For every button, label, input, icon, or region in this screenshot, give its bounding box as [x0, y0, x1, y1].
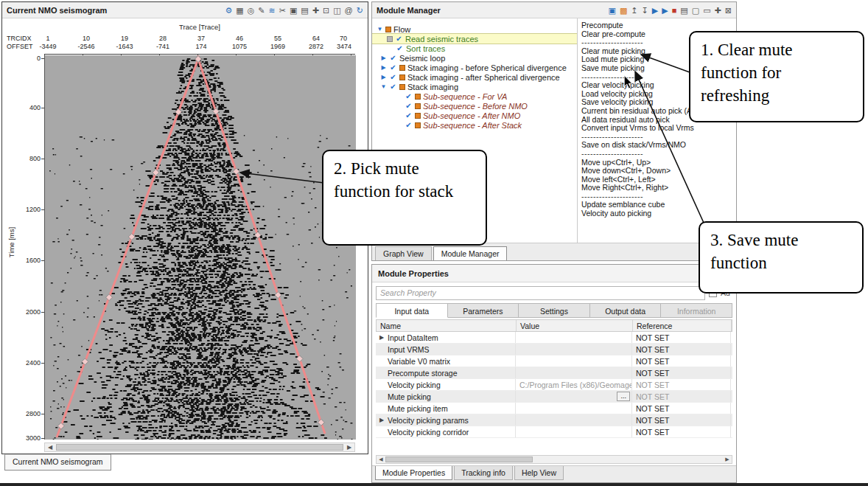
table-row-input-vrms[interactable]: Input VRMS NOT SET	[376, 344, 732, 355]
table-row-mute-picking-item[interactable]: Mute picking item NOT SET	[376, 403, 732, 414]
command-move-down[interactable]: Move down<Ctrl+, Down>	[581, 167, 736, 176]
chevron-right-icon[interactable]: ▶	[380, 55, 387, 61]
modules-icon[interactable]: ▣	[609, 6, 616, 15]
chevron-right-icon[interactable]: ▶	[380, 74, 387, 80]
table-row-variable-v0-matrix[interactable]: Variable V0 matrix NOT SET	[376, 355, 732, 367]
chevron-down-icon[interactable]: ▼	[377, 26, 383, 32]
seismogram-hscrollbar[interactable]: ◀ ▶	[44, 442, 355, 452]
checkbox-icon[interactable]: ✔	[396, 45, 404, 52]
checkbox-icon[interactable]: ✔	[405, 103, 413, 110]
comment-icon[interactable]: ⊡	[323, 6, 329, 15]
mute-pick-handle[interactable]	[254, 232, 261, 238]
scroll-right-icon[interactable]: ▶	[723, 457, 732, 462]
table-row-precompute-storage[interactable]: Precompute storage NOT SET	[376, 367, 732, 379]
pick-icon[interactable]: ✎	[258, 6, 265, 15]
step-icon[interactable]: ▶	[662, 6, 668, 15]
mute-pick-handle[interactable]	[233, 168, 239, 175]
gear-icon[interactable]: ⚙	[225, 6, 232, 15]
command-precompute[interactable]: Precompute	[581, 21, 736, 30]
histogram-icon[interactable]: ▤	[301, 6, 308, 15]
checkbox-icon[interactable]: ✔	[405, 122, 413, 129]
tab-parameters[interactable]: Parameters	[448, 303, 519, 318]
checkbox-icon[interactable]: ✔	[405, 93, 413, 100]
scroll-right-icon[interactable]: ▶	[344, 444, 354, 451]
tree-item-subsequence-after-stack[interactable]: ✔ Sub-sequence - After Stack	[372, 120, 577, 130]
scroll-thumb[interactable]	[56, 444, 343, 451]
export-icon[interactable]: ↧	[642, 6, 648, 15]
chevron-down-icon[interactable]: ▼	[380, 83, 387, 90]
crosshair-icon[interactable]: ✚	[312, 6, 319, 15]
tab-graph-view[interactable]: Graph View	[375, 246, 432, 260]
tab-help-view[interactable]: Help View	[514, 466, 564, 480]
checkbox-icon[interactable]: ✔	[405, 112, 413, 119]
tab-module-properties[interactable]: Module Properties	[375, 466, 452, 480]
checkbox-icon[interactable]: ✔	[395, 35, 403, 43]
mute-pick-handle[interactable]	[106, 294, 113, 301]
mute-pick-handle[interactable]	[213, 108, 220, 115]
window-icon[interactable]: ▭	[703, 6, 710, 15]
checkbox-icon[interactable]: ✔	[389, 64, 397, 72]
mute-pick-handle[interactable]	[318, 419, 324, 426]
tree-item-subsequence-for-va[interactable]: ✔ Sub-sequence - For VA	[372, 91, 577, 101]
report-icon[interactable]: ▤	[680, 6, 687, 15]
tree-item-subsequence-before-nmo[interactable]: ✔ Sub-sequence - Before NMO	[372, 101, 577, 111]
scroll-left-icon[interactable]: ◀	[377, 457, 385, 462]
tab-current-nmo-seismogram[interactable]: Current NMO seismogram	[4, 454, 111, 471]
module-manager-titlebar[interactable]: Module Manager ▣ ▩ ↥ ↧ ▶ ▶ ■ ▤ ▢ ▭ ✚ ⊠	[372, 2, 736, 18]
scroll-thumb[interactable]	[385, 457, 533, 462]
import-icon[interactable]: ↥	[631, 6, 637, 15]
tab-output-data[interactable]: Output data	[590, 303, 662, 318]
mute-pick-handle[interactable]	[296, 355, 303, 362]
checkbox-icon[interactable]: ✔	[389, 83, 397, 91]
zoom-icon[interactable]: ◎	[248, 6, 255, 15]
clip-icon[interactable]: ✂	[279, 6, 286, 15]
search-input[interactable]	[376, 286, 705, 300]
mute-pick-handle[interactable]	[195, 56, 202, 63]
browse-button[interactable]: ...	[617, 392, 630, 401]
settings-icon[interactable]: ⊠	[725, 6, 732, 15]
mute-pick-handle[interactable]	[153, 169, 159, 176]
properties-hscrollbar[interactable]: ◀ ▶	[376, 455, 732, 464]
pin-icon[interactable]: ✚	[715, 6, 721, 15]
command-convert-vrms[interactable]: Convert input Vrms to local Vrms	[581, 124, 736, 133]
mute-pick-handle[interactable]	[275, 292, 281, 299]
stop-icon[interactable]: ■	[672, 6, 677, 15]
module-properties-header[interactable]: Module Properties ▤ ∨	[372, 265, 736, 282]
wiggle-icon[interactable]: ≋	[269, 6, 276, 15]
tree-item-flow[interactable]: ▼ Flow	[372, 24, 577, 34]
mute-pick-handle[interactable]	[57, 423, 64, 429]
table-row-velocity-picking-params[interactable]: ▶Velocity picking params NOT SET	[376, 414, 732, 426]
table-row-input-dataitem[interactable]: ▶Input DataItem NOT SET	[376, 332, 732, 344]
tree-item-stack-imaging-after-sd[interactable]: ▶ ✔ Stack imaging - after Spherical dive…	[372, 72, 577, 82]
chevron-right-icon[interactable]: ▶	[379, 417, 385, 423]
layout-icon[interactable]: ▦	[236, 6, 243, 15]
run-icon[interactable]: ▶	[652, 6, 658, 15]
annotate-icon[interactable]: @	[345, 6, 353, 15]
mute-pick-markers[interactable]	[57, 56, 324, 430]
tab-tracking-info[interactable]: Tracking info	[454, 466, 513, 480]
tree-item-seismic-loop[interactable]: ▶ ✔ Seismic loop	[372, 53, 577, 63]
seismogram-titlebar[interactable]: Current NMO seismogram ⚙ ▦ ◎ ✎ ≋ ✂ ▣ ▤ ✚…	[2, 2, 368, 18]
checkbox-icon[interactable]: ✔	[389, 74, 397, 81]
tree-item-stack-imaging-before-sd[interactable]: ▶ ✔ Stack imaging - before Spherical div…	[372, 63, 577, 72]
tree-item-read-seismic-traces[interactable]: ✔ Read seismic traces	[372, 34, 577, 44]
mute-pick-handle[interactable]	[175, 108, 182, 115]
checkbox-icon[interactable]: ✔	[389, 55, 397, 62]
command-velocity-auto-picking[interactable]: Velocity auto picking	[581, 209, 736, 218]
tree-item-stack-imaging[interactable]: ▼ ✔ Stack imaging	[372, 82, 577, 91]
mute-pick-handle[interactable]	[128, 234, 135, 240]
tab-input-data[interactable]: Input data	[376, 303, 448, 318]
tab-module-manager[interactable]: Module Manager	[433, 246, 508, 260]
copy-icon[interactable]: ▢	[692, 6, 699, 15]
flow-icon[interactable]: ▩	[620, 6, 627, 15]
tree-item-sort-traces[interactable]: ✔ Sort traces	[372, 44, 577, 53]
tab-settings[interactable]: Settings	[519, 303, 590, 318]
refresh-icon[interactable]: ↻	[357, 6, 363, 15]
chevron-right-icon[interactable]: ▶	[379, 334, 385, 341]
scroll-left-icon[interactable]: ◀	[45, 444, 55, 451]
tree-item-subsequence-after-nmo[interactable]: ✔ Sub-sequence - After NMO	[372, 111, 577, 120]
tab-information[interactable]: Information	[661, 303, 732, 318]
table-row-velocity-picking[interactable]: Velocity picking C:/Program Files (x86)/…	[376, 379, 732, 391]
mute-function-overlay[interactable]	[44, 55, 355, 440]
export-icon[interactable]: ◫	[333, 6, 340, 15]
